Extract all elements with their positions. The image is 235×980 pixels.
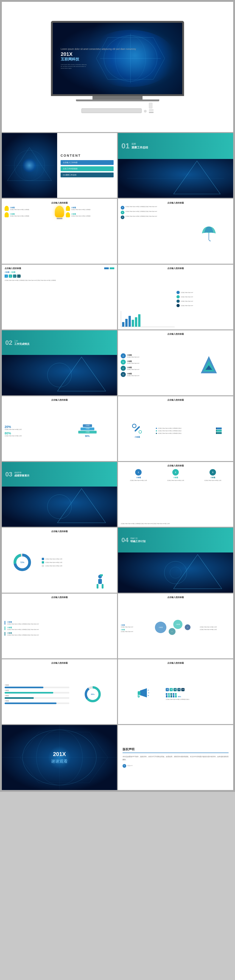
arrow-3: 3	[13, 275, 16, 278]
badge-2	[110, 267, 114, 269]
item-1-label: 小标题	[10, 207, 29, 209]
item-4-text: 小标题 点击输入https://ppt.com/输入文档标题	[71, 213, 91, 216]
donut-center: 72%	[20, 561, 24, 563]
sec04-sub: 明确工作	[130, 537, 146, 539]
row-7: 03 成绩荣誉 成绩荣誉展示 点击输入您的标题	[2, 462, 233, 527]
svg-marker-9	[174, 161, 220, 194]
copyright-body: 本作品由墨鱼PPT制作，版权所有，未经许可不得商业用途。如需使用，请联系作者获得…	[122, 755, 229, 761]
border-desc-3: 点击输入https://ppt.com/输入文档标题点击输入https://pp…	[7, 634, 114, 636]
block-row-2: 小标题	[60, 428, 114, 430]
slide-10-pcts: 20% 点击输入https://ppt.com/输入文档 80% 点击输入htt…	[5, 403, 59, 459]
legend-color-3	[42, 565, 44, 567]
tool-text-1: 点击输入https://ppt.com/输入文档标题点击输入	[158, 428, 182, 429]
sec04-top: 04 明确工作 明确工作计划	[118, 528, 233, 552]
content-btn-1[interactable]: 点击输入工作内容	[60, 160, 114, 165]
slide-6-heading: 点击输入您的标题	[5, 267, 21, 270]
slide-13-steps: 点击输入您的标题 1 小标题 点击输入https://ppt.com/输入文档 …	[118, 462, 233, 527]
svg-point-18	[132, 424, 136, 428]
slide-9-right	[187, 337, 230, 393]
slide-16-items: 小标题 点击输入https://ppt.com/输入文档标题点击输入https:…	[5, 601, 114, 656]
slide-4-right: 小标题 点击输入https://ppt.com/输入文档标题 小标题 点击输入h…	[66, 206, 114, 217]
globe-effect	[22, 159, 36, 172]
person-head-3	[170, 693, 172, 695]
bar-4	[132, 320, 134, 327]
slide-10-blocks: 小标题 小标题 小标题 90%	[60, 403, 114, 459]
gear-1: ⚙	[166, 688, 169, 691]
legend-2: 点击输入https://ppt.com/输入文档	[42, 561, 84, 563]
item-2-desc: 点击输入https://ppt.com/输入文档标题	[10, 215, 29, 216]
content-btn-3[interactable]: 04.观察工作总结	[60, 172, 114, 177]
pct-1-val: 20%	[5, 425, 59, 429]
slide-5-heading: 点击输入您的标题	[121, 202, 230, 204]
dot-tool-2	[156, 430, 157, 431]
person-4	[173, 693, 175, 697]
item-2-label: 小标题	[10, 213, 29, 215]
svg-point-33	[170, 567, 181, 578]
monitor-title: 互联网科技	[61, 57, 136, 62]
section-num-large: 01	[121, 142, 130, 150]
svg-line-40	[148, 690, 149, 690]
badge-1	[104, 267, 109, 269]
right-text-2: 点击输入https://ppt.com/	[181, 296, 193, 298]
dot-tool-1	[156, 428, 157, 429]
legend-1: 点击输入https://ppt.com/输入文档	[42, 558, 84, 560]
slide-19-inner: 点击输入您的标题	[118, 659, 233, 724]
svg-point-13	[47, 363, 71, 387]
tool-text-2: 点击输入https://ppt.com/输入文档标题点击输入	[158, 430, 182, 431]
slide-9-inner: 点击输入您的标题 A 小标题 点击输入https://ppt.com/ B	[118, 330, 233, 395]
slide-6-body: 点击输入https://ppt.com/输入文档标题点击输入https://pp…	[5, 280, 114, 282]
person-body-4	[173, 695, 175, 697]
sec02-top: 02 工作 工作完成情况	[2, 330, 117, 355]
item-2: 小标题 点击输入https://ppt.com/输入文档标题	[5, 212, 53, 217]
slide-4-inner: 点击输入您的标题 小标题 点击输入https://ppt.com/输入文档标题	[2, 199, 117, 264]
item-1: 小标题 点击输入https://ppt.com/输入文档标题	[5, 206, 53, 211]
dot-1: ✦	[121, 206, 124, 210]
slide-thankyou: 201X 谢谢观看	[2, 725, 117, 790]
person-body-5	[175, 695, 177, 697]
row-1: Lorem ipsum dolor sit amet consectetur a…	[2, 2, 233, 132]
section-top-bar: 01 观察 观察工作总结	[118, 133, 233, 159]
content-btn-2[interactable]: 点击工作内容描述	[60, 166, 114, 171]
row-6: 点击输入您的标题 20% 点击输入https://ppt.com/输入文档 80…	[2, 396, 233, 461]
block-2: 小标题	[81, 428, 94, 430]
sec02-title: 工作完成情况	[14, 342, 29, 346]
slide-17-heading: 点击输入您的标题	[121, 596, 230, 599]
svg-point-19	[139, 431, 141, 433]
pct-3: 90%	[85, 435, 89, 438]
slide-13-cols: 1 小标题 点击输入https://ppt.com/输入文档 2 小标题 点击输…	[121, 469, 230, 522]
text-item-1: ✦ 点击输入https://ppt.com/输入文档标题点击输入https://…	[121, 206, 186, 210]
donut-value: 72%	[20, 561, 24, 563]
step-b-desc: 点击输入https://ppt.com/	[127, 363, 139, 364]
slide-17-right: 点击输入https://ppt.com/输入文档 点击输入https://ppt…	[200, 626, 230, 630]
person-head-4	[173, 693, 175, 695]
slide-5-content: ✦ 点击输入https://ppt.com/输入文档标题点击输入https://…	[121, 206, 230, 261]
hbar-2-wrap: 小标题	[5, 689, 69, 694]
right-bub-1: 点击输入https://ppt.com/输入文档	[200, 626, 230, 628]
svg-point-21	[47, 495, 71, 519]
slide-4-heading: 点击输入您的标题	[5, 202, 114, 204]
right-item-4: 点击输入https://ppt.com/	[176, 304, 230, 307]
bubbles-center: 小标题 小标题 小 小	[152, 619, 199, 637]
step-a-label: 小标题	[127, 354, 139, 356]
slide-copyright: 版权声明 本作品由墨鱼PPT制作，版权所有，未经许可不得商业用途。如需使用，请联…	[118, 725, 233, 790]
person-body-3	[170, 695, 172, 697]
sec02-svg	[2, 355, 117, 395]
legend-text-2: 点击输入https://ppt.com/输入文档	[45, 562, 62, 563]
person-head-5	[175, 693, 177, 695]
person-body-2	[168, 695, 170, 697]
slide-5-left: ✦ 点击输入https://ppt.com/输入文档标题点击输入https://…	[121, 206, 186, 261]
right-text-3: 点击输入https://ppt.com/	[181, 301, 193, 302]
legend-color-1	[42, 558, 44, 560]
border-item-2: 小标题 点击输入https://ppt.com/输入文档标题点击输入https:…	[5, 627, 114, 630]
monitor-screen: Lorem ipsum dolor sit amet consectetur a…	[53, 23, 183, 94]
slide-2-left	[2, 133, 57, 198]
tool-item-1: 点击输入https://ppt.com/输入文档标题点击输入	[156, 428, 205, 429]
border-desc-1: 点击输入https://ppt.com/输入文档标题点击输入https://pp…	[7, 623, 114, 625]
book1	[149, 109, 154, 111]
slide-13-inner: 点击输入您的标题 1 小标题 点击输入https://ppt.com/输入文档 …	[118, 462, 233, 527]
slide-17-inner: 点击输入您的标题 小标题 点击输入https://ppt.com/ 小标题 点击…	[118, 593, 233, 659]
dot-tool-3	[156, 433, 157, 434]
svg-rect-28	[102, 584, 103, 589]
border-item-3: 小标题 点击输入https://ppt.com/输入文档标题点击输入https:…	[5, 632, 114, 636]
slide-7-bars: 点击输入您的标题	[118, 265, 233, 329]
